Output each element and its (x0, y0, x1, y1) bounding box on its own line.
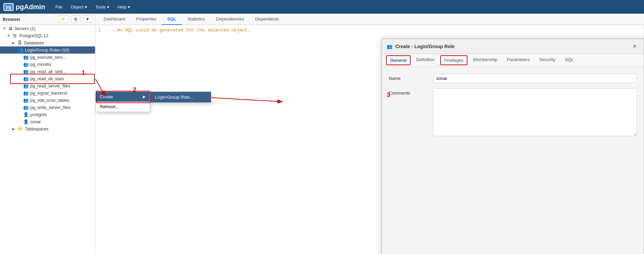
tree-label-postgres: postgres (30, 112, 47, 117)
tree-item-sonar[interactable]: 👤 sonar (0, 118, 95, 125)
tree-label-pg-signal: pg_signal_backend (30, 91, 67, 96)
tree-label-servers: Servers (1) (14, 26, 35, 31)
modal-tab-sql[interactable]: SQL (560, 54, 579, 67)
context-menu-create-label: Create (100, 94, 113, 99)
role-icon-7: 👥 (23, 98, 29, 103)
postgresql-icon: 🐘 (12, 33, 18, 38)
tree-label-pg-write: pg_write_server_files (30, 105, 71, 110)
tree-item-pg-read-setti[interactable]: 👥 pg_read_all_setti... (0, 68, 95, 75)
role-icon-4: 👥 (23, 76, 29, 81)
role-icon-10: 👤 (23, 119, 29, 124)
role-icon-5: 👥 (23, 83, 29, 88)
modal-tab-sql-label: SQL (565, 57, 574, 62)
submenu-login-group-role[interactable]: Login/Group Role... (150, 92, 211, 102)
tree-toggle-lgr[interactable]: ▼ (12, 48, 18, 52)
form-label-comments: Comments (389, 88, 430, 96)
modal-title-icon: 👥 (387, 44, 393, 49)
tab-dependents[interactable]: Dependents (250, 14, 285, 25)
role-icon-3: 👥 (23, 69, 29, 74)
tree-toggle-tablespaces[interactable]: ▶ (12, 127, 18, 131)
tree-item-pg-read-server[interactable]: 👥 pg_read_server_files (0, 82, 95, 89)
form-input-name[interactable] (433, 74, 637, 83)
role-icon-6: 👥 (23, 90, 29, 96)
tab-properties[interactable]: Properties (131, 14, 162, 25)
server-icon: 🖥 (8, 26, 13, 31)
tree-item-databases[interactable]: ▶ 🗄 Databases (0, 39, 95, 46)
tree-item-pg-write[interactable]: 👥 pg_write_server_files (0, 104, 95, 111)
tab-dependencies[interactable]: Dependencies (211, 14, 250, 25)
modal-tab-definition[interactable]: Definition (411, 54, 439, 67)
tree-item-postgres[interactable]: 👤 postgres (0, 111, 95, 118)
tree-label-tablespaces: Tablespaces (25, 127, 49, 131)
tab-dashboard[interactable]: Dashboard (98, 14, 131, 25)
app-brand: pg pgAdmin (3, 3, 45, 11)
modal-tab-parameters-label: Parameters (507, 57, 530, 62)
modal-tab-general-label: General (390, 58, 407, 63)
modal-tabs: General Definition Privileges Membership… (382, 54, 644, 67)
menu-tools[interactable]: Tools ▾ (92, 2, 113, 12)
context-menu-refresh-label: Refresh... (100, 104, 119, 109)
tree-label-sonar: sonar (30, 119, 41, 124)
sql-line-num: 1 (98, 28, 105, 33)
modal-title: 👥 Create - Login/Group Role (387, 44, 455, 49)
form-textarea-comments[interactable] (433, 88, 637, 136)
lgr-icon: 👥 (18, 47, 23, 53)
modal-tab-parameters[interactable]: Parameters (502, 54, 535, 67)
tree-item-pg-stat-scan[interactable]: 👥 pg_stat_scan_tables (0, 97, 95, 104)
form-label-name: Name (389, 74, 430, 81)
modal-body: Name Comments (382, 67, 644, 254)
tree-label-pg-read-setti: pg_read_all_setti... (30, 69, 66, 74)
navbar-menu: File Object ▾ Tools ▾ Help ▾ (52, 2, 134, 12)
tree-label-pg-read-stats: pg_read_all_stats (30, 76, 64, 81)
tree-toggle-servers[interactable]: ▼ (3, 27, 8, 30)
modal-tab-general[interactable]: General (386, 55, 411, 65)
tree-item-login-group-roles[interactable]: ▼ 👥 Login/Group Roles (10) (0, 46, 95, 54)
modal-tab-security[interactable]: Security (535, 54, 560, 67)
tree-label-pg-read-server: pg_read_server_files (30, 84, 70, 88)
toolbar-flash-btn[interactable]: ⚡ (58, 15, 68, 23)
context-menu-create[interactable]: Create ▶ (96, 92, 150, 102)
role-icon-8: 👥 (23, 105, 29, 110)
tree-toggle-databases[interactable]: ▶ (12, 41, 18, 45)
tree-item-pg-monitor[interactable]: 👥 pg_monitor (0, 61, 95, 68)
modal-header: 👥 Create - Login/Group Role ✕ (382, 39, 644, 54)
role-icon-2: 👥 (23, 62, 29, 67)
modal-tab-privileges[interactable]: Privileges (440, 55, 467, 65)
modal-tab-membership[interactable]: Membership (468, 54, 502, 67)
tree-item-pg-read-stats[interactable]: 👥 pg_read_all_stats (0, 75, 95, 82)
context-menu-arrow: ▶ (143, 95, 145, 99)
tablespaces-icon: 📁 (18, 126, 23, 131)
modal-tab-privileges-label: Privileges (444, 58, 463, 63)
role-icon-1: 👥 (23, 55, 29, 60)
browser-title: Browser (3, 17, 55, 22)
main-layout: Browser ⚡ ⊞ ▼ Dashboard Properties SQL S… (0, 14, 644, 254)
tab-sql[interactable]: SQL (162, 14, 182, 25)
tree-item-tablespaces[interactable]: ▶ 📁 Tablespaces (0, 125, 95, 132)
tree-item-pg-execute[interactable]: 👥 pg_execute_serv... (0, 54, 95, 61)
menu-help[interactable]: Help ▾ (114, 2, 134, 12)
tree-label-databases: Databases (24, 41, 44, 45)
role-icon-9: 👤 (23, 112, 29, 117)
menu-object[interactable]: Object ▾ (67, 2, 91, 12)
modal-tab-membership-label: Membership (473, 57, 497, 62)
modal-title-text: Create - Login/Group Role (395, 44, 455, 49)
tree-item-servers[interactable]: ▼ 🖥 Servers (1) (0, 25, 95, 32)
tree-label-pg-monitor: pg_monitor (30, 62, 52, 67)
navbar: pg pgAdmin File Object ▾ Tools ▾ Help ▾ (0, 0, 644, 14)
context-menu-refresh[interactable]: Refresh... (96, 102, 150, 112)
tab-bar: Dashboard Properties SQL Statistics Depe… (95, 14, 644, 25)
tree-label-lgr: Login/Group Roles (10) (25, 48, 69, 53)
modal-close-button[interactable]: ✕ (630, 42, 639, 50)
pg-logo: pg (3, 3, 14, 11)
toolbar-filter-btn[interactable]: ▼ (83, 15, 92, 23)
tree-label-pg-stat-scan: pg_stat_scan_tables (30, 98, 70, 103)
tree-item-postgresql[interactable]: ▼ 🐘 PostgreSQL 12 (0, 32, 95, 39)
toolbar-grid-btn[interactable]: ⊞ (71, 15, 80, 23)
tree-toggle-postgresql[interactable]: ▼ (7, 34, 12, 38)
tab-statistics[interactable]: Statistics (182, 14, 211, 25)
tree-item-pg-signal[interactable]: 👥 pg_signal_backend (0, 89, 95, 97)
submenu: Login/Group Role... (150, 91, 211, 103)
menu-file[interactable]: File (52, 2, 66, 12)
form-row-comments: Comments (389, 88, 637, 136)
sql-line-1: 1 -- No SQL could be generated for the s… (98, 28, 641, 33)
